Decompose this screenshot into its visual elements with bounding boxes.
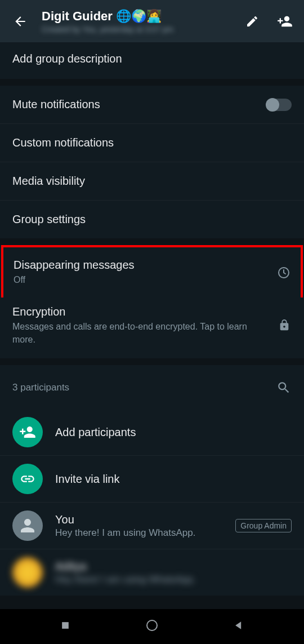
group-description-section[interactable]: Add group description	[0, 42, 304, 79]
back-button[interactable]	[9, 10, 32, 33]
participant-you-status: Hey there! I am using WhatsApp.	[55, 527, 223, 539]
settings-section: Mute notifications Custom notifications …	[0, 86, 304, 238]
admin-badge: Group Admin	[235, 519, 292, 532]
group-settings-label: Group settings	[12, 213, 292, 226]
add-participants-item[interactable]: Add participants	[0, 409, 304, 456]
lock-icon	[278, 319, 292, 332]
encryption-sub: Messages and calls are end-to-end encryp…	[12, 321, 271, 346]
search-participants-button[interactable]	[276, 380, 292, 396]
privacy-section: Disappearing messages Off Encryption Mes…	[0, 245, 304, 358]
mute-notifications-item[interactable]: Mute notifications	[0, 86, 304, 124]
triangle-left-icon	[233, 620, 244, 631]
add-participants-label: Add participants	[55, 426, 292, 439]
nav-home-button[interactable]	[145, 619, 159, 634]
group-title: Digit Guider 🌐🌍👩‍💻	[42, 9, 244, 24]
person-icon	[17, 516, 38, 536]
participant-you-item[interactable]: You Hey there! I am using WhatsApp. Grou…	[0, 503, 304, 549]
add-person-icon	[277, 14, 293, 29]
circle-icon	[145, 619, 159, 632]
disappearing-messages-item[interactable]: Disappearing messages Off	[1, 245, 303, 297]
svg-rect-1	[62, 622, 69, 629]
system-nav-bar	[0, 609, 304, 644]
add-description-text: Add group description	[12, 52, 292, 65]
invite-link-label: Invite via link	[55, 473, 292, 486]
group-subtitle: Created by You, yesterday at 3:07 pm	[42, 25, 244, 34]
app-header: Digit Guider 🌐🌍👩‍💻 Created by You, yeste…	[0, 0, 304, 42]
add-member-button[interactable]	[277, 14, 293, 29]
participant-you-name: You	[55, 513, 223, 526]
participant-you-avatar	[12, 510, 43, 541]
timer-icon	[277, 266, 290, 279]
add-person-icon	[19, 424, 36, 441]
nav-back-button[interactable]	[233, 620, 244, 633]
link-icon	[20, 471, 35, 487]
custom-label: Custom notifications	[12, 136, 292, 149]
custom-notifications-item[interactable]: Custom notifications	[0, 124, 304, 162]
participant-blurred-status: Hey there! I am using WhatsApp.	[55, 574, 292, 585]
square-icon	[60, 620, 71, 631]
participant-blurred-item[interactable]: Aditya Hey there! I am using WhatsApp.	[0, 549, 304, 596]
media-visibility-item[interactable]: Media visibility	[0, 162, 304, 201]
media-label: Media visibility	[12, 175, 292, 188]
participants-header: 3 participants	[0, 375, 304, 409]
toggle-knob	[266, 98, 279, 112]
participant-blurred-name: Aditya	[55, 560, 292, 573]
encryption-label: Encryption	[12, 305, 271, 318]
disappearing-label: Disappearing messages	[14, 259, 270, 272]
participants-count: 3 participants	[12, 382, 69, 393]
invite-link-item[interactable]: Invite via link	[0, 456, 304, 503]
mute-toggle[interactable]	[267, 99, 292, 111]
header-actions	[244, 14, 293, 29]
group-settings-item[interactable]: Group settings	[0, 201, 304, 238]
disappearing-value: Off	[14, 274, 270, 286]
encryption-item[interactable]: Encryption Messages and calls are end-to…	[0, 300, 304, 358]
header-title-wrap[interactable]: Digit Guider 🌐🌍👩‍💻 Created by You, yeste…	[42, 9, 244, 34]
arrow-left-icon	[13, 14, 28, 29]
edit-button[interactable]	[244, 14, 260, 29]
mute-label: Mute notifications	[12, 98, 267, 111]
participants-section: 3 participants Add participants Invite v…	[0, 365, 304, 596]
svg-point-2	[147, 620, 157, 630]
invite-link-avatar	[12, 464, 43, 494]
add-participants-avatar	[12, 417, 43, 447]
nav-recent-button[interactable]	[60, 620, 71, 633]
search-icon	[276, 380, 291, 395]
participant-blurred-avatar	[12, 557, 43, 588]
pencil-icon	[245, 15, 259, 28]
